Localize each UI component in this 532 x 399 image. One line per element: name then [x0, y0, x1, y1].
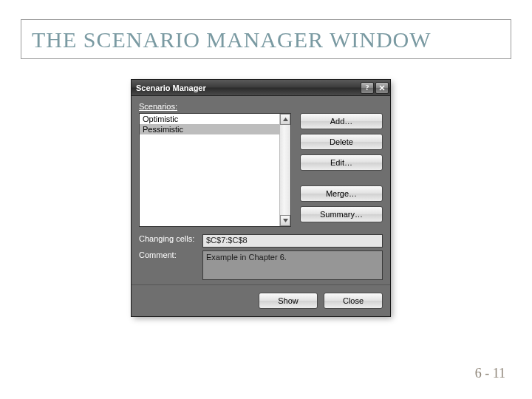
slide-title: THE SCENARIO MANAGER WINDOW [32, 27, 500, 52]
scenario-manager-dialog: Scenario Manager ? Scenarios: Optimistic… [132, 80, 390, 316]
dialog-titlebar[interactable]: Scenario Manager ? [132, 80, 390, 96]
spacer [300, 175, 383, 181]
dialog-button-column: Add… Delete Edit… Merge… Summary… [300, 113, 383, 227]
show-button[interactable]: Show [259, 293, 318, 309]
listbox-wrap: Optimistic Pessimistic [139, 113, 291, 227]
delete-button[interactable]: Delete [300, 134, 383, 150]
scroll-down-button[interactable] [280, 215, 290, 226]
edit-button[interactable]: Edit… [300, 154, 383, 171]
dialog-body: Scenarios: Optimistic Pessimistic [132, 96, 390, 284]
field-grid: Changing cells: $C$7:$C$8 Comment: Examp… [139, 234, 383, 280]
comment-value: Example in Chapter 6. [202, 250, 383, 280]
summary-button[interactable]: Summary… [300, 206, 383, 222]
list-item[interactable]: Pessimistic [140, 124, 279, 134]
listbox-items: Optimistic Pessimistic [140, 114, 279, 226]
close-window-button[interactable] [375, 82, 389, 94]
scenarios-listbox[interactable]: Optimistic Pessimistic [139, 113, 291, 227]
svg-text:?: ? [366, 84, 369, 92]
add-button[interactable]: Add… [300, 113, 383, 129]
scroll-up-button[interactable] [280, 114, 290, 125]
comment-label: Comment: [139, 250, 202, 259]
changing-cells-value: $C$7:$C$8 [202, 234, 383, 248]
list-item[interactable]: Optimistic [140, 114, 279, 124]
scenarios-label: Scenarios: [139, 102, 383, 111]
dialog-title: Scenario Manager [136, 83, 359, 92]
close-button[interactable]: Close [324, 293, 383, 309]
page-number: 6 - 11 [475, 366, 505, 381]
help-button[interactable]: ? [361, 82, 374, 94]
dialog-content-row: Optimistic Pessimistic Add… Delet [139, 113, 383, 227]
slide-title-container: THE SCENARIO MANAGER WINDOW [21, 19, 511, 59]
merge-button[interactable]: Merge… [300, 185, 383, 202]
dialog-footer: Show Close [132, 284, 390, 316]
changing-cells-label: Changing cells: [139, 234, 202, 243]
vertical-scrollbar[interactable] [279, 114, 291, 226]
